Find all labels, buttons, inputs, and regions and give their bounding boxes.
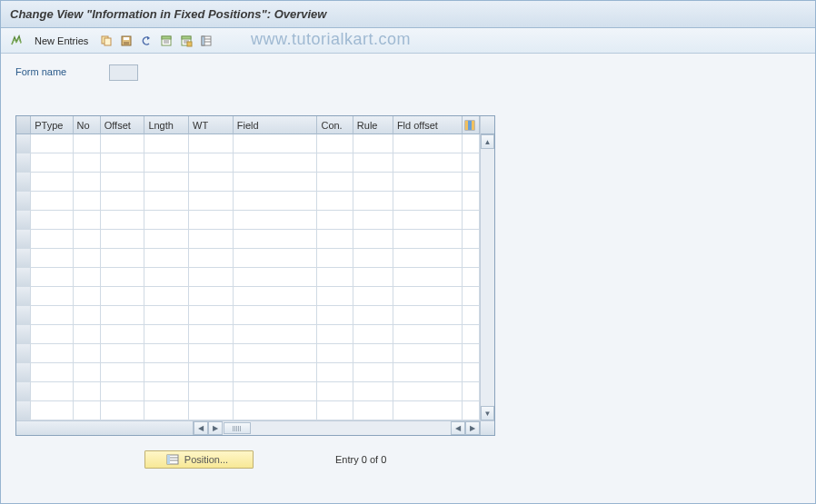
cell-wt[interactable] [189, 211, 234, 230]
cell-offset[interactable] [101, 363, 145, 382]
cell-lngth[interactable] [144, 230, 189, 249]
cell-rule[interactable] [353, 173, 393, 192]
cell-lngth[interactable] [144, 268, 189, 287]
row-selector[interactable] [16, 306, 31, 325]
cell-con[interactable] [317, 306, 353, 325]
cell-offset[interactable] [101, 211, 145, 230]
save-icon[interactable] [118, 33, 134, 49]
cell-field[interactable] [234, 287, 318, 306]
row-selector-header[interactable] [16, 116, 31, 134]
cell-offset[interactable] [101, 306, 145, 325]
cell-ptype[interactable] [31, 230, 73, 249]
row-selector[interactable] [16, 382, 31, 401]
cell-offset[interactable] [101, 268, 145, 287]
cell-offset[interactable] [101, 401, 145, 420]
cell-offset[interactable] [101, 153, 145, 173]
cell-con[interactable] [317, 325, 353, 344]
cell-rule[interactable] [353, 325, 393, 344]
cell-ptype[interactable] [31, 211, 73, 230]
cell-con[interactable] [317, 134, 353, 153]
cell-wt[interactable] [189, 325, 234, 344]
cell-fldoffset[interactable] [393, 363, 463, 382]
cell-no[interactable] [74, 192, 101, 211]
cell-no[interactable] [74, 287, 101, 306]
cell-lngth[interactable] [144, 249, 189, 268]
cell-fldoffset[interactable] [393, 153, 463, 173]
cell-fldoffset[interactable] [393, 325, 463, 344]
cell-ptype[interactable] [31, 134, 73, 153]
cell-offset[interactable] [101, 134, 145, 153]
row-selector[interactable] [16, 173, 31, 192]
cell-no[interactable] [74, 344, 101, 363]
cell-fldoffset[interactable] [393, 173, 463, 192]
cell-field[interactable] [234, 230, 318, 249]
cell-rule[interactable] [353, 306, 393, 325]
cell-no[interactable] [74, 325, 101, 344]
cell-con[interactable] [317, 211, 353, 230]
scroll-track-vertical[interactable] [481, 149, 494, 406]
scroll-right-button-inner[interactable]: ▶ [208, 421, 223, 435]
copy-icon[interactable] [98, 33, 114, 49]
row-selector[interactable] [16, 249, 31, 268]
cell-lngth[interactable] [144, 401, 189, 420]
cell-no[interactable] [74, 268, 101, 287]
cell-wt[interactable] [189, 134, 234, 153]
row-selector[interactable] [16, 230, 31, 249]
cell-ptype[interactable] [31, 249, 73, 268]
cell-wt[interactable] [189, 249, 234, 268]
cell-ptype[interactable] [31, 173, 73, 192]
column-header-con[interactable]: Con. [317, 116, 353, 134]
cell-offset[interactable] [101, 230, 145, 249]
cell-wt[interactable] [189, 153, 234, 173]
cell-fldoffset[interactable] [393, 344, 463, 363]
cell-fldoffset[interactable] [393, 249, 463, 268]
cell-con[interactable] [317, 192, 353, 211]
cell-wt[interactable] [189, 173, 234, 192]
cell-wt[interactable] [189, 363, 234, 382]
cell-field[interactable] [234, 249, 318, 268]
scroll-right-end-button[interactable]: ▶ [465, 421, 480, 435]
cell-lngth[interactable] [144, 382, 189, 401]
cell-lngth[interactable] [144, 363, 189, 382]
cell-field[interactable] [234, 363, 318, 382]
cell-con[interactable] [317, 344, 353, 363]
row-selector[interactable] [16, 325, 31, 344]
cell-ptype[interactable] [31, 363, 73, 382]
row-selector[interactable] [16, 344, 31, 363]
cell-offset[interactable] [101, 382, 145, 401]
cell-lngth[interactable] [144, 211, 189, 230]
cell-fldoffset[interactable] [393, 306, 463, 325]
row-selector[interactable] [16, 134, 31, 153]
cell-rule[interactable] [353, 134, 393, 153]
cell-ptype[interactable] [31, 287, 73, 306]
cell-fldoffset[interactable] [393, 211, 463, 230]
cell-fldoffset[interactable] [393, 192, 463, 211]
cell-rule[interactable] [353, 268, 393, 287]
cell-offset[interactable] [101, 344, 145, 363]
cell-con[interactable] [317, 401, 353, 420]
cell-no[interactable] [74, 306, 101, 325]
select-all-icon[interactable] [158, 33, 174, 49]
cell-wt[interactable] [189, 306, 234, 325]
cell-no[interactable] [74, 211, 101, 230]
cell-rule[interactable] [353, 401, 393, 420]
cell-wt[interactable] [189, 268, 234, 287]
cell-rule[interactable] [353, 287, 393, 306]
column-header-field[interactable]: Field [234, 116, 318, 134]
cell-offset[interactable] [101, 325, 145, 344]
cell-lngth[interactable] [144, 192, 189, 211]
cell-fldoffset[interactable] [393, 382, 463, 401]
cell-no[interactable] [74, 153, 101, 173]
cell-con[interactable] [317, 268, 353, 287]
row-selector[interactable] [16, 287, 31, 306]
cell-wt[interactable] [189, 382, 234, 401]
cell-rule[interactable] [353, 211, 393, 230]
cell-field[interactable] [234, 268, 318, 287]
cell-field[interactable] [234, 401, 318, 420]
column-header-wt[interactable]: WT [189, 116, 234, 134]
row-selector[interactable] [16, 211, 31, 230]
new-entries-button[interactable]: New Entries [28, 33, 95, 49]
row-selector[interactable] [16, 268, 31, 287]
form-name-input[interactable] [109, 64, 138, 81]
cell-wt[interactable] [189, 287, 234, 306]
